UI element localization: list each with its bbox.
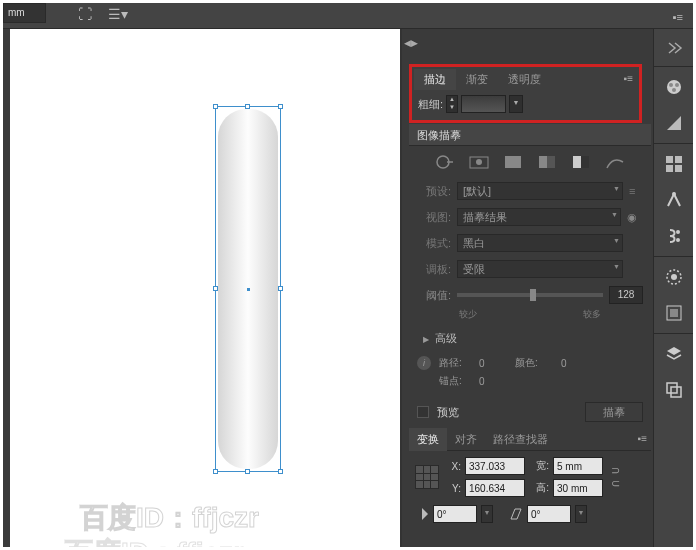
- preview-checkbox[interactable]: [417, 406, 429, 418]
- crop-icon[interactable]: ⛶: [78, 6, 92, 22]
- trace-gray-icon[interactable]: [537, 154, 557, 170]
- panel-stack: ◀▶ 描边 渐变 透明度 ▪≡ 粗细: ▲▼ ▼ 图像描摹 预设: [默认]▼: [402, 29, 653, 547]
- advanced-toggle[interactable]: 高级: [409, 325, 651, 352]
- layers-panel-icon[interactable]: [654, 338, 694, 370]
- brushes-panel-icon[interactable]: [654, 184, 694, 216]
- panel-flyout-icon[interactable]: ▪≡: [638, 433, 647, 444]
- color-panel-icon[interactable]: [654, 71, 694, 103]
- resize-handle[interactable]: [213, 104, 218, 109]
- resize-handle[interactable]: [278, 469, 283, 474]
- resize-handle[interactable]: [213, 286, 218, 291]
- svg-rect-12: [666, 156, 673, 163]
- svg-point-10: [675, 83, 679, 87]
- trace-outline-icon[interactable]: [605, 154, 625, 170]
- eye-icon[interactable]: ◉: [627, 211, 643, 224]
- stroke-weight-stepper[interactable]: ▲▼: [446, 95, 458, 113]
- trace-auto-icon[interactable]: [435, 154, 455, 170]
- resize-handle[interactable]: [278, 286, 283, 291]
- dock-collapse[interactable]: [654, 29, 693, 67]
- view-select[interactable]: 描摹结果▼: [457, 208, 621, 226]
- svg-rect-7: [581, 156, 589, 168]
- center-point: [247, 288, 250, 291]
- threshold-label: 阈值:: [417, 288, 451, 303]
- w-label: 宽:: [529, 459, 549, 473]
- tab-align[interactable]: 对齐: [447, 428, 485, 451]
- dock-strip: [653, 29, 693, 547]
- trace-bw-icon[interactable]: [571, 154, 591, 170]
- preview-label: 预览: [437, 405, 459, 420]
- mode-select[interactable]: 黑白▼: [457, 234, 623, 252]
- view-label: 视图:: [417, 210, 451, 225]
- svg-point-18: [676, 238, 680, 242]
- resize-handle[interactable]: [245, 104, 250, 109]
- resize-handle[interactable]: [278, 104, 283, 109]
- threshold-range-labels: 较少较多: [409, 308, 651, 325]
- artboards-panel-icon[interactable]: [654, 374, 694, 406]
- stroke-weight-dropdown[interactable]: ▼: [509, 95, 523, 113]
- svg-rect-23: [667, 383, 677, 393]
- y-field[interactable]: [465, 479, 525, 497]
- mode-row: 模式: 黑白▼: [409, 230, 651, 256]
- paths-value: 0: [479, 358, 509, 369]
- appearance-panel-icon[interactable]: [654, 261, 694, 293]
- color-guide-icon[interactable]: [654, 107, 694, 139]
- transform-tabs: 变换 对齐 路径查找器 ▪≡: [409, 429, 651, 451]
- rotate-dropdown[interactable]: ▼: [481, 505, 493, 523]
- tab-pathfinder[interactable]: 路径查找器: [485, 428, 556, 451]
- tab-transform[interactable]: 变换: [409, 428, 447, 451]
- palette-select[interactable]: 受限▼: [457, 260, 623, 278]
- trace-lowcolor-icon[interactable]: [503, 154, 523, 170]
- anchors-label: 锚点:: [439, 374, 473, 388]
- palette-row: 调板: 受限▼: [409, 256, 651, 282]
- shear-dropdown[interactable]: ▼: [575, 505, 587, 523]
- watermark-text-2: 百度ID：ffjczr: [65, 534, 244, 547]
- image-trace-title: 图像描摹: [409, 124, 651, 146]
- unit-field[interactable]: mm: [3, 3, 46, 23]
- tab-transparency[interactable]: 透明度: [498, 69, 551, 90]
- trace-preset-icons: [409, 146, 651, 178]
- stroke-panel-tabs: 描边 渐变 透明度 ▪≡: [414, 69, 637, 89]
- svg-rect-15: [675, 165, 682, 172]
- options-icon[interactable]: ☰▾: [108, 6, 128, 22]
- anchors-value: 0: [479, 376, 509, 387]
- palette-label: 调板:: [417, 262, 451, 277]
- trace-photo-icon[interactable]: [469, 154, 489, 170]
- graphic-styles-icon[interactable]: [654, 297, 694, 329]
- svg-point-17: [676, 230, 680, 234]
- resize-handle[interactable]: [245, 469, 250, 474]
- preset-row: 预设: [默认]▼ ≡: [409, 178, 651, 204]
- panel-flyout-icon[interactable]: ▪≡: [624, 73, 633, 84]
- canvas[interactable]: 百度ID：ffjczr 百度ID：ffjczr: [10, 29, 400, 547]
- h-field[interactable]: [553, 479, 603, 497]
- svg-point-16: [672, 192, 676, 196]
- stroke-panel-highlight: 描边 渐变 透明度 ▪≡ 粗细: ▲▼ ▼: [409, 64, 642, 123]
- transform-panel: 变换 对齐 路径查找器 ▪≡ X: 宽: ⊃⊂ Y: 高: ▼ ▼: [409, 429, 651, 529]
- colors-label: 颜色:: [515, 356, 555, 370]
- resize-handle[interactable]: [213, 469, 218, 474]
- rotate-field[interactable]: [433, 505, 477, 523]
- shear-field[interactable]: [527, 505, 571, 523]
- preset-save-icon[interactable]: ≡: [629, 185, 643, 197]
- reference-point[interactable]: [415, 465, 439, 489]
- left-toolbar-edge: [3, 29, 10, 547]
- symbols-panel-icon[interactable]: [654, 220, 694, 252]
- threshold-value[interactable]: 128: [609, 286, 643, 304]
- trace-button[interactable]: 描摹: [585, 402, 643, 422]
- swatches-panel-icon[interactable]: [654, 148, 694, 180]
- w-field[interactable]: [553, 457, 603, 475]
- collapse-arrow-icon[interactable]: ◀▶: [404, 33, 414, 53]
- preset-select[interactable]: [默认]▼: [457, 182, 623, 200]
- x-field[interactable]: [465, 457, 525, 475]
- threshold-slider[interactable]: [457, 293, 603, 297]
- stroke-weight-label: 粗细:: [418, 97, 443, 112]
- slider-thumb[interactable]: [530, 289, 536, 301]
- control-bar: mm ⛶ ☰▾ ▪≡: [3, 3, 693, 29]
- constrain-icon[interactable]: ⊃⊂: [607, 464, 623, 490]
- svg-rect-13: [675, 156, 682, 163]
- svg-point-9: [669, 83, 673, 87]
- tab-stroke[interactable]: 描边: [414, 69, 456, 90]
- tab-gradient[interactable]: 渐变: [456, 69, 498, 90]
- preset-label: 预设:: [417, 184, 451, 199]
- control-bar-flyout[interactable]: ▪≡: [673, 11, 683, 23]
- stroke-weight-field[interactable]: [461, 95, 506, 113]
